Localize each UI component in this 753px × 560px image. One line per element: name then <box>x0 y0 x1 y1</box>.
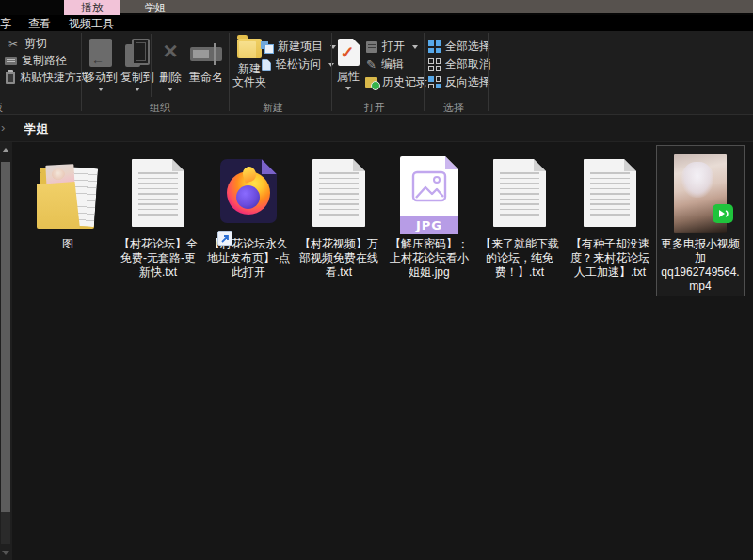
titlebar-background: 学姐 <box>120 0 753 13</box>
move-to-label: 移动到 <box>84 70 118 86</box>
file-tile-txt[interactable]: 【来了就能下载 的论坛，纯免 费！】.txt <box>475 145 564 296</box>
select-group-label: 选择 <box>431 101 476 115</box>
scissors-icon: ✂ <box>7 38 20 51</box>
shortcut-arrow-icon <box>217 231 232 246</box>
easy-access-button[interactable]: 轻松访问 <box>262 56 334 72</box>
new-item-label: 新建项目 <box>278 39 323 55</box>
history-label: 历史记录 <box>382 74 427 90</box>
image-glyph-icon <box>411 170 447 202</box>
group-separator <box>424 33 425 111</box>
copy-to-label: 复制到 <box>120 70 154 86</box>
open-icon <box>366 41 377 53</box>
select-none-label: 全部取消 <box>445 56 490 72</box>
clipboard-group-label-partial: 板 <box>0 101 32 115</box>
clipboard-icon <box>6 72 15 84</box>
play-video-icon <box>713 204 733 223</box>
file-tile-firefox-shortcut[interactable]: 【村花论坛永久 地址发布页】-点 此打开 <box>204 145 293 296</box>
new-item-icon <box>261 41 273 53</box>
history-clock-icon <box>365 77 377 88</box>
select-all-label: 全部选择 <box>445 39 490 55</box>
file-tile-txt[interactable]: 【村花视频】万 部视频免费在线 看.txt <box>295 145 383 296</box>
paste-shortcut-button[interactable]: 粘贴快捷方式 <box>6 70 88 86</box>
text-file-icon <box>584 159 636 227</box>
chevron-right-icon: › <box>1 120 5 135</box>
file-name: 【有种子却没速 度？来村花论坛 人工加速】.txt <box>568 237 652 280</box>
inner-separator <box>151 34 152 97</box>
new-folder-icon <box>237 39 262 58</box>
jpg-file-icon: JPG <box>400 156 458 234</box>
file-tile-txt[interactable]: 【有种子却没速 度？来村花论坛 人工加速】.txt <box>566 145 654 296</box>
move-to-button[interactable]: 移动到 <box>83 39 119 94</box>
ribbon-tab-row: 享 查看 视频工具 <box>0 15 753 31</box>
tab-play[interactable]: 播放 <box>64 0 120 16</box>
file-name: 【来了就能下载 的论坛，纯免 费！】.txt <box>477 237 562 280</box>
pencil-icon: ✎ <box>366 59 376 71</box>
copy-to-icon <box>125 39 150 67</box>
edit-button[interactable]: ✎ 编辑 <box>366 56 404 72</box>
file-tile-txt[interactable]: 【村花论坛】全 免费-无套路-更 新快.txt <box>114 145 202 296</box>
titlebar: 学姐 播放 <box>0 0 753 15</box>
copy-path-label: 复制路径 <box>22 53 67 69</box>
address-bar[interactable]: › 学姐 <box>0 115 753 142</box>
scroll-down-icon[interactable] <box>2 551 9 555</box>
select-none-icon <box>428 58 441 71</box>
file-list-area: 图 【村花论坛】全 免费-无套路-更 新快.txt <box>0 142 753 560</box>
group-separator <box>488 33 489 111</box>
chevron-down-icon <box>345 87 351 93</box>
delete-button[interactable]: × 删除 <box>156 39 184 94</box>
scrollbar-thumb[interactable] <box>1 162 10 512</box>
new-group-label: 新建 <box>249 101 296 115</box>
file-name: 【村花视频】万 部视频免费在线 看.txt <box>296 237 381 280</box>
copy-path-button[interactable]: 复制路径 <box>5 53 67 69</box>
vertical-scrollbar[interactable] <box>0 142 12 560</box>
invert-selection-label: 反向选择 <box>445 74 490 90</box>
properties-label: 属性 <box>337 69 360 85</box>
organize-group-label: 组织 <box>132 101 188 115</box>
ribbon: ✂ 剪切 复制路径 粘贴快捷方式 板 移动到 复制到 × 删除 重命名 组织 新… <box>0 31 753 114</box>
file-tile-folder[interactable]: 图 <box>24 145 112 296</box>
file-name: 【村花论坛】全 免费-无套路-更 新快.txt <box>116 237 200 280</box>
copy-path-icon <box>5 57 17 65</box>
window-title: 学姐 <box>145 1 166 15</box>
open-label: 打开 <box>382 39 405 55</box>
open-button[interactable]: 打开 <box>366 39 418 55</box>
group-separator <box>81 33 82 111</box>
chevron-down-icon <box>412 45 418 52</box>
properties-check-icon <box>338 39 360 66</box>
easy-access-label: 轻松访问 <box>276 56 321 72</box>
select-none-button[interactable]: 全部取消 <box>428 56 490 72</box>
text-file-icon <box>493 159 546 227</box>
folder-icon <box>37 155 99 232</box>
address-location: 学姐 <box>24 121 48 137</box>
rename-icon <box>190 47 222 61</box>
easy-access-icon <box>262 59 271 71</box>
delete-label: 删除 <box>159 70 182 86</box>
select-all-button[interactable]: 全部选择 <box>428 39 490 55</box>
file-name: 更多电报小视频 加 qq1962749564. mp4 <box>658 237 743 294</box>
chevron-down-icon <box>98 88 104 94</box>
cut-button[interactable]: ✂ 剪切 <box>7 36 47 52</box>
tab-share-partial[interactable]: 享 <box>0 16 11 31</box>
file-tile-mp4-selected[interactable]: 更多电报小视频 加 qq1962749564. mp4 <box>656 145 745 296</box>
firefox-icon <box>220 159 277 223</box>
history-button[interactable]: 历史记录 <box>365 74 427 90</box>
rename-button[interactable]: 重命名 <box>186 39 226 86</box>
text-file-icon <box>132 159 184 227</box>
tab-video-tools[interactable]: 视频工具 <box>69 16 114 31</box>
properties-button[interactable]: 属性 <box>331 39 365 93</box>
scroll-up-icon[interactable] <box>2 148 9 152</box>
invert-selection-button[interactable]: 反向选择 <box>428 74 490 90</box>
chevron-down-icon <box>168 88 173 94</box>
move-to-icon <box>89 39 112 67</box>
file-tile-jpg[interactable]: JPG 【解压密码】： 上村花论坛看小 姐姐.jpg <box>385 145 473 296</box>
video-thumbnail <box>674 154 727 233</box>
file-name: 图 <box>25 237 110 251</box>
rename-label: 重命名 <box>189 70 223 86</box>
invert-selection-icon <box>428 76 441 88</box>
select-all-icon <box>428 40 441 53</box>
edit-label: 编辑 <box>381 56 404 72</box>
scrollbar-track[interactable] <box>1 512 10 544</box>
new-item-button[interactable]: 新建项目 <box>261 39 336 55</box>
text-file-icon <box>312 159 365 227</box>
tab-view[interactable]: 查看 <box>28 16 51 31</box>
